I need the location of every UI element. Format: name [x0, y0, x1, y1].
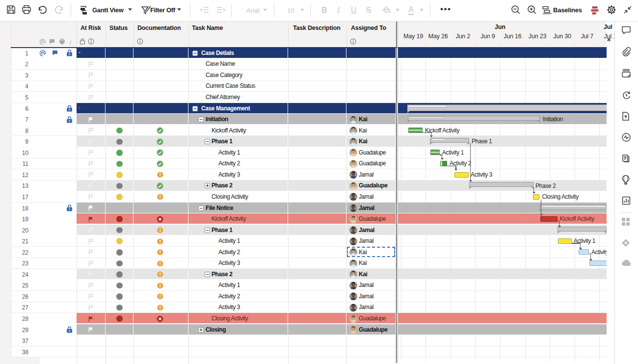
svg-text:i: i — [70, 39, 71, 45]
